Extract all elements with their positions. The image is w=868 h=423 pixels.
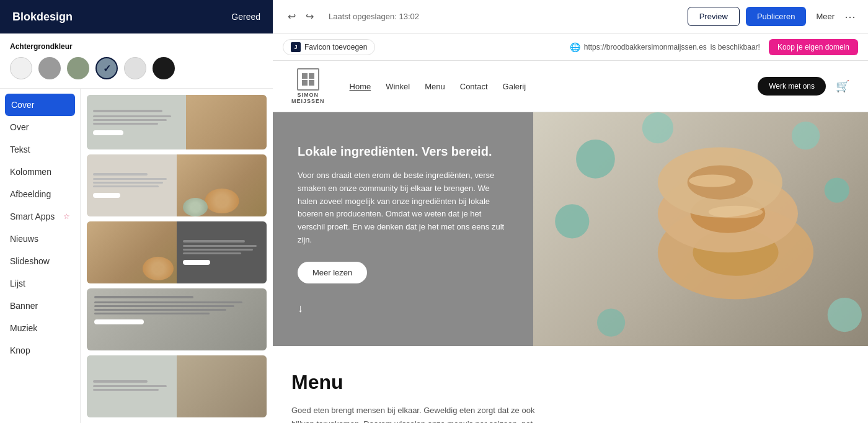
nav-list: Cover Over Tekst Kolommen Afbeelding Sma… — [0, 89, 81, 423]
history-controls: ↩ ↪ — [285, 8, 316, 25]
menu-title: Menu — [291, 371, 849, 394]
preview-button[interactable]: Preview — [688, 7, 740, 26]
color-swatches: ✓ — [10, 57, 263, 79]
work-button[interactable]: Werk met ons — [758, 77, 826, 96]
template-thumb-3[interactable] — [87, 221, 267, 283]
nav-link-menu[interactable]: Menu — [425, 82, 445, 91]
sidebar-item-afbeelding[interactable]: Afbeelding — [0, 183, 80, 205]
header-bar: Blokdesign Gereed — [0, 0, 273, 33]
favicon-button[interactable]: J Favicon toevoegen — [283, 39, 375, 55]
left-panel: Blokdesign Gereed Achtergrondkleur ✓ Cov… — [0, 0, 273, 423]
svg-point-5 — [642, 112, 673, 143]
right-panel: ↩ ↪ Laatst opgeslagen: 13:02 Preview Pub… — [273, 0, 868, 423]
swatch-gray[interactable] — [38, 57, 61, 79]
site-logo-text: SIMONMEIJSSEN — [291, 92, 325, 104]
favicon-label: Favicon toevoegen — [304, 43, 367, 51]
star-icon: ☆ — [63, 212, 70, 221]
template-thumb-1[interactable] — [87, 95, 267, 149]
nav-link-home[interactable]: Home — [350, 82, 371, 91]
svg-rect-1 — [309, 73, 314, 79]
hero-section: Lokale ingrediënten. Vers bereid. Voor o… — [273, 112, 868, 346]
more-button[interactable]: Meer — [812, 9, 838, 24]
menu-section: Menu Goed eten brengt mensen bij elkaar.… — [273, 346, 868, 423]
svg-rect-2 — [302, 80, 308, 86]
site-logo-icon — [297, 68, 319, 91]
nav-link-winkel[interactable]: Winkel — [386, 82, 410, 91]
url-text: https://broodbakkersimonmaijssen.es — [584, 43, 707, 51]
sidebar-item-cover[interactable]: Cover — [5, 94, 75, 116]
site-logo: SIMONMEIJSSEN — [291, 68, 325, 104]
template-thumb-5[interactable] — [87, 355, 267, 417]
donut-visual — [533, 112, 868, 346]
sidebar-item-over[interactable]: Over — [0, 116, 80, 138]
check-icon: ✓ — [103, 63, 111, 74]
sidebar-item-slideshow[interactable]: Slideshow — [0, 250, 80, 272]
url-available: is beschikbaar! — [711, 43, 760, 51]
sidebar-item-lijst[interactable]: Lijst — [0, 272, 80, 295]
sidebar-item-smart-apps[interactable]: Smart Apps ☆ — [0, 205, 80, 228]
swatch-white[interactable] — [10, 57, 32, 79]
sidebar-item-kolommen[interactable]: Kolommen — [0, 161, 80, 183]
template-thumb-2[interactable] — [87, 154, 267, 216]
website-preview: J Favicon toevoegen 🌐 https://broodbakke… — [273, 33, 868, 423]
swatch-black[interactable] — [153, 57, 175, 79]
done-button[interactable]: Gereed — [231, 12, 260, 22]
undo-button[interactable]: ↩ — [285, 8, 298, 25]
publish-button[interactable]: Publiceren — [746, 7, 806, 26]
site-nav: SIMONMEIJSSEN Home Winkel Menu Contact G… — [273, 61, 868, 112]
domain-button[interactable]: Koop je eigen domein — [769, 39, 858, 55]
smart-apps-label: Smart Apps — [10, 212, 55, 221]
save-status: Laatst opgeslagen: 13:02 — [329, 12, 419, 21]
svg-point-4 — [576, 140, 615, 179]
svg-rect-0 — [302, 73, 308, 79]
globe-icon: 🌐 — [570, 42, 580, 52]
svg-point-18 — [709, 206, 763, 218]
browser-frame: J Favicon toevoegen 🌐 https://broodbakke… — [273, 33, 868, 423]
bg-color-section: Achtergrondkleur ✓ — [0, 33, 273, 89]
hero-right — [533, 112, 868, 346]
favicon-icon: J — [291, 42, 301, 52]
nav-link-contact[interactable]: Contact — [460, 82, 488, 91]
site-nav-links: Home Winkel Menu Contact Galerij — [350, 82, 526, 91]
site-nav-actions: Werk met ons 🛒 — [758, 77, 849, 96]
sidebar-item-banner[interactable]: Banner — [0, 295, 80, 317]
browser-topbar: J Favicon toevoegen 🌐 https://broodbakke… — [273, 33, 868, 61]
svg-point-8 — [825, 178, 849, 203]
menu-text: Goed eten brengt mensen bij elkaar. Gewe… — [291, 404, 539, 423]
top-bar-actions: Preview Publiceren Meer ⋯ — [688, 7, 856, 26]
hero-cta-button[interactable]: Meer lezen — [298, 262, 367, 283]
svg-point-9 — [828, 298, 862, 332]
hero-title: Lokale ingrediënten. Vers bereid. — [298, 143, 508, 159]
url-bar: 🌐 https://broodbakkersimonmaijssen.es is… — [570, 39, 858, 55]
more-dots-button[interactable]: ⋯ — [844, 10, 856, 24]
swatch-blue-gray[interactable]: ✓ — [95, 57, 118, 79]
svg-point-10 — [597, 308, 625, 336]
template-thumb-4[interactable] — [87, 288, 267, 350]
content-area: Cover Over Tekst Kolommen Afbeelding Sma… — [0, 89, 273, 423]
cart-icon[interactable]: 🛒 — [836, 79, 849, 93]
top-bar: ↩ ↪ Laatst opgeslagen: 13:02 Preview Pub… — [273, 0, 868, 33]
hero-scroll-arrow: ↓ — [298, 302, 508, 315]
brand-name: Blokdesign — [12, 11, 73, 24]
redo-button[interactable]: ↪ — [303, 8, 316, 25]
hero-text: Voor ons draait eten erom de beste ingre… — [298, 169, 508, 247]
thumbnails-panel — [81, 89, 273, 423]
svg-point-7 — [792, 122, 820, 149]
hero-left: Lokale ingrediënten. Vers bereid. Voor o… — [273, 112, 533, 346]
svg-point-6 — [555, 204, 589, 238]
svg-rect-3 — [309, 80, 314, 86]
swatch-sage[interactable] — [67, 57, 89, 79]
sidebar-item-tekst[interactable]: Tekst — [0, 138, 80, 161]
sidebar-item-muziek[interactable]: Muziek — [0, 317, 80, 339]
bg-color-label: Achtergrondkleur — [10, 42, 263, 51]
sidebar-item-knop[interactable]: Knop — [0, 339, 80, 362]
swatch-light[interactable] — [124, 57, 146, 79]
sidebar-item-nieuws[interactable]: Nieuws — [0, 228, 80, 250]
nav-link-galerij[interactable]: Galerij — [503, 82, 526, 91]
svg-point-17 — [689, 174, 735, 187]
